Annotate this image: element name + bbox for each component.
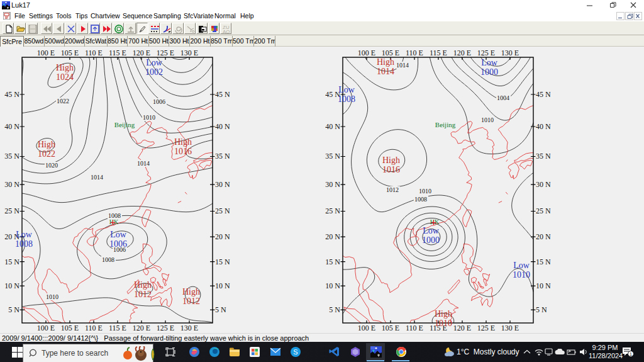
svg-text:130 E: 130 E (180, 324, 198, 332)
svg-text:High: High (382, 156, 400, 165)
svg-text:High: High (134, 280, 152, 290)
svg-text:25 N: 25 N (215, 206, 230, 215)
svg-text:High: High (38, 140, 55, 149)
svg-text:40 N: 40 N (325, 122, 340, 131)
svg-text:15 N: 15 N (215, 257, 230, 266)
svg-text:Low: Low (423, 226, 440, 235)
svg-text:100 E: 100 E (37, 48, 55, 57)
svg-text:110 E: 110 E (406, 324, 423, 332)
svg-text:120 E: 120 E (453, 324, 471, 332)
svg-text:35 N: 35 N (325, 152, 340, 161)
svg-text:1010: 1010 (46, 293, 58, 300)
svg-text:1008: 1008 (102, 256, 114, 263)
svg-text:120 E: 120 E (133, 324, 150, 332)
svg-text:110 E: 110 E (85, 324, 103, 332)
svg-text:30 N: 30 N (536, 180, 551, 189)
svg-text:1008: 1008 (338, 94, 355, 104)
svg-text:130 E: 130 E (501, 48, 519, 57)
svg-text:35 N: 35 N (536, 152, 551, 161)
svg-text:Low: Low (16, 230, 33, 239)
svg-text:1000: 1000 (422, 235, 440, 245)
svg-text:110 E: 110 E (406, 48, 423, 57)
svg-text:110 E: 110 E (85, 48, 103, 57)
svg-text:5 N: 5 N (215, 305, 226, 314)
svg-text:1014: 1014 (91, 174, 103, 181)
svg-text:High: High (174, 137, 192, 147)
svg-text:20 N: 20 N (536, 232, 551, 241)
svg-text:25 N: 25 N (536, 206, 551, 215)
svg-text:AO: AO (223, 29, 230, 34)
svg-text:30 N: 30 N (325, 180, 340, 189)
svg-text:20 N: 20 N (325, 232, 340, 241)
svg-text:130 E: 130 E (180, 48, 198, 57)
svg-text:1010: 1010 (435, 319, 452, 328)
svg-text:20 N: 20 N (215, 232, 230, 241)
svg-text:1012: 1012 (386, 186, 399, 193)
svg-text:40 N: 40 N (536, 122, 551, 131)
svg-text:105 E: 105 E (61, 48, 79, 57)
svg-text:45 N: 45 N (4, 90, 19, 99)
svg-text:1002: 1002 (145, 67, 163, 77)
svg-text:HK: HK (109, 218, 119, 225)
svg-text:15 N: 15 N (536, 257, 551, 266)
svg-text:1010: 1010 (143, 114, 155, 121)
svg-text:Low: Low (338, 85, 355, 94)
svg-text:125 E: 125 E (157, 324, 174, 332)
svg-text:105 E: 105 E (382, 324, 399, 332)
svg-text:35 N: 35 N (215, 152, 230, 161)
svg-text:1012: 1012 (182, 297, 200, 306)
svg-text:25 N: 25 N (4, 206, 19, 215)
svg-text:Beijing: Beijing (435, 121, 456, 128)
svg-text:100 E: 100 E (358, 324, 375, 332)
svg-text:30 N: 30 N (4, 180, 19, 189)
svg-text:1022: 1022 (57, 98, 69, 105)
svg-text:45 N: 45 N (536, 90, 551, 99)
svg-text:10 N: 10 N (215, 281, 230, 290)
svg-text:125 E: 125 E (477, 324, 495, 332)
svg-text:125 E: 125 E (157, 48, 174, 57)
svg-text:130 E: 130 E (501, 324, 519, 332)
svg-text:1016: 1016 (174, 147, 192, 156)
svg-text:10 N: 10 N (4, 281, 19, 290)
svg-text:1024: 1024 (56, 72, 74, 82)
svg-text:Low: Low (481, 58, 498, 67)
svg-text:1006: 1006 (153, 98, 165, 105)
svg-text:Low: Low (146, 58, 163, 67)
svg-text:Beijing: Beijing (114, 121, 135, 128)
svg-text:115 E: 115 E (430, 48, 447, 57)
svg-text:15 N: 15 N (325, 257, 340, 266)
svg-text:115 E: 115 E (109, 324, 126, 332)
svg-text:1010: 1010 (481, 116, 494, 123)
svg-text:10 N: 10 N (325, 281, 340, 290)
svg-text:100 E: 100 E (358, 48, 375, 57)
svg-text:1004: 1004 (497, 94, 509, 101)
svg-text:1014: 1014 (137, 160, 150, 167)
svg-text:25 N: 25 N (325, 206, 340, 215)
svg-text:120 E: 120 E (453, 48, 471, 57)
svg-text:40 N: 40 N (4, 122, 19, 131)
svg-text:5 N: 5 N (329, 305, 340, 314)
svg-text:45 N: 45 N (215, 90, 230, 99)
svg-text:1: 1 (630, 352, 632, 356)
svg-text:5 N: 5 N (536, 305, 547, 314)
svg-text:1010: 1010 (419, 188, 431, 195)
svg-text:10 N: 10 N (536, 281, 551, 290)
svg-text:Low: Low (513, 261, 530, 270)
svg-text:1008: 1008 (15, 239, 33, 249)
svg-text:1006: 1006 (109, 239, 127, 249)
svg-text:1022: 1022 (38, 149, 55, 159)
svg-text:115 E: 115 E (109, 48, 126, 57)
svg-text:1016: 1016 (382, 165, 400, 174)
svg-text:1014: 1014 (396, 62, 409, 69)
svg-text:HK: HK (430, 218, 440, 225)
svg-text:100 E: 100 E (37, 324, 55, 332)
svg-text:5 N: 5 N (8, 305, 19, 314)
svg-text:1008: 1008 (414, 196, 427, 203)
svg-text:40 N: 40 N (215, 122, 230, 131)
svg-text:30 N: 30 N (215, 180, 230, 189)
svg-text:15 N: 15 N (4, 257, 19, 266)
svg-text:1010: 1010 (513, 270, 530, 280)
svg-text:1014: 1014 (377, 67, 394, 76)
svg-text:High: High (435, 309, 452, 319)
svg-text:1012: 1012 (134, 290, 152, 299)
